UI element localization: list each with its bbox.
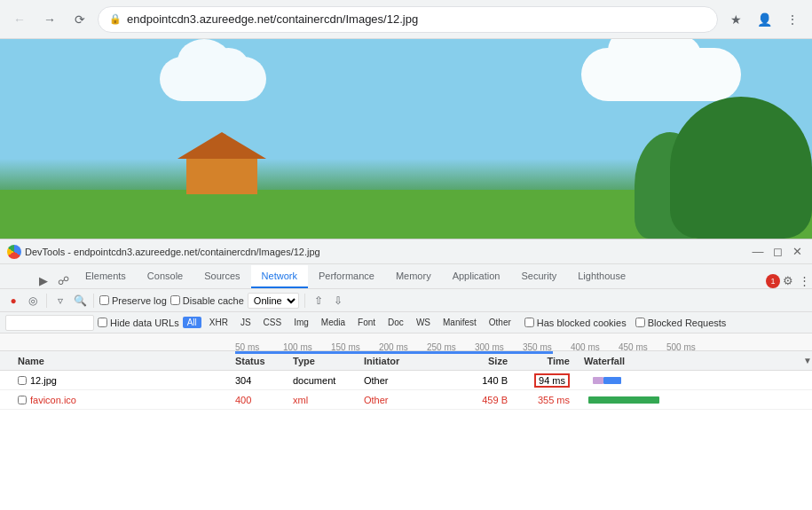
row-time-favicon: 355 ms [515, 395, 577, 405]
toolbar-separator-2 [93, 294, 94, 308]
header-waterfall[interactable]: Waterfall ▼ [577, 356, 812, 366]
import-icon[interactable]: ⇧ [311, 293, 327, 309]
forward-button[interactable]: → [37, 7, 62, 32]
error-badge: 1 [766, 274, 780, 288]
devtools-titlebar: DevTools - endpointcdn3.azureedge.net/co… [0, 239, 812, 264]
disable-cache-label[interactable]: Disable cache [170, 295, 244, 306]
devtools-close-button[interactable]: ✕ [789, 244, 805, 260]
devtools-restore-button[interactable]: ◻ [769, 244, 785, 260]
url-text: endpointcdn3.azureedge.net/containercdn/… [127, 12, 418, 26]
filter-all-button[interactable]: All [183, 317, 201, 328]
devtools-title: DevTools - endpointcdn3.azureedge.net/co… [25, 247, 746, 257]
browser-toolbar: ← → ⟳ 🔒 endpointcdn3.azureedge.net/conta… [0, 0, 812, 39]
tab-elements[interactable]: Elements [75, 265, 137, 288]
header-time[interactable]: Time [515, 356, 577, 366]
timeline-mark-500: 500 ms [666, 342, 696, 352]
row-size-12jpg: 140 B [453, 375, 515, 386]
row-time-12jpg: 94 ms [515, 373, 577, 388]
header-status[interactable]: Status [235, 356, 293, 366]
row-name-favicon: favicon.ico [0, 395, 235, 405]
header-size[interactable]: Size [453, 356, 515, 366]
main-content [0, 39, 812, 239]
timeline-mark-400: 400 ms [571, 342, 600, 352]
filter-input[interactable] [5, 315, 94, 331]
tab-security[interactable]: Security [510, 265, 567, 288]
cloud-right [581, 48, 741, 101]
menu-button[interactable]: ⋮ [780, 7, 805, 32]
filter-xhr-button[interactable]: XHR [205, 317, 233, 328]
waterfall-bar-favicon [584, 394, 812, 406]
tab-performance[interactable]: Performance [308, 265, 385, 288]
filter-font-button[interactable]: Font [353, 317, 380, 328]
network-toolbar: ● ◎ ▿ 🔍 Preserve log Disable cache Onlin… [0, 289, 812, 312]
filter-media-button[interactable]: Media [317, 317, 350, 328]
tab-console[interactable]: Console [137, 265, 193, 288]
filter-icon[interactable]: ▿ [52, 293, 68, 309]
tab-application[interactable]: Application [442, 265, 511, 288]
address-bar[interactable]: 🔒 endpointcdn3.azureedge.net/containercd… [98, 6, 718, 33]
row-waterfall-favicon [577, 394, 812, 406]
export-icon[interactable]: ⇩ [330, 293, 346, 309]
hide-data-urls-label[interactable]: Hide data URLs [98, 318, 179, 328]
bookmark-button[interactable]: ★ [723, 7, 748, 32]
disable-cache-checkbox[interactable] [170, 295, 180, 305]
row-checkbox-12jpg[interactable] [18, 376, 27, 385]
filter-doc-button[interactable]: Doc [383, 317, 408, 328]
browser-toolbar-right: ★ 👤 ⋮ [723, 7, 805, 32]
tab-sources[interactable]: Sources [193, 265, 250, 288]
row-checkbox-favicon[interactable] [18, 396, 27, 404]
tab-network[interactable]: Network [251, 265, 308, 288]
tab-memory[interactable]: Memory [385, 265, 442, 288]
devtools-inspect-button[interactable]: ▶ [35, 272, 51, 288]
throttle-select[interactable]: Online [248, 293, 299, 309]
house-body [186, 159, 257, 194]
header-type[interactable]: Type [293, 356, 364, 366]
settings-icon[interactable]: ⚙ [780, 272, 796, 288]
filter-ws-button[interactable]: WS [412, 317, 435, 328]
toolbar-separator-3 [304, 294, 305, 308]
devtools-minimize-button[interactable]: — [750, 244, 766, 260]
search-icon[interactable]: 🔍 [72, 293, 88, 309]
header-name[interactable]: Name [0, 356, 235, 366]
wf-waiting-bar [593, 377, 603, 384]
wf-green-bar [588, 396, 659, 404]
profile-button[interactable]: 👤 [752, 7, 777, 32]
devtools-device-button[interactable]: ☍ [55, 272, 71, 288]
filter-row: Hide data URLs All XHR JS CSS Img Media … [0, 312, 812, 333]
timeline-mark-450: 450 ms [619, 342, 648, 352]
time-highlighted: 94 ms [534, 373, 570, 388]
blocked-requests-checkbox[interactable] [635, 318, 645, 327]
table-header: Name Status Type Initiator Size Time Wat… [0, 351, 812, 371]
hide-data-urls-checkbox[interactable] [98, 318, 107, 327]
filter-manifest-button[interactable]: Manifest [438, 317, 481, 328]
filter-other-button[interactable]: Other [485, 317, 516, 328]
row-status-12jpg: 304 [235, 375, 293, 386]
table-row-error[interactable]: favicon.ico 400 xml Other 459 B 355 ms [0, 390, 812, 410]
devtools-tabs: ▶ ☍ Elements Console Sources Network Per… [0, 264, 812, 289]
lock-icon: 🔒 [109, 13, 122, 25]
house [177, 141, 266, 194]
blocked-requests-label[interactable]: Blocked Requests [635, 318, 727, 328]
table-row[interactable]: 12.jpg 304 document Other 140 B 94 ms [0, 371, 812, 390]
record-icon[interactable]: ● [5, 293, 21, 309]
wf-receiving-bar [603, 377, 621, 384]
row-status-favicon: 400 [235, 395, 293, 405]
tab-lighthouse[interactable]: Lighthouse [567, 265, 636, 288]
preserve-log-checkbox[interactable] [99, 295, 109, 305]
row-type-favicon: xml [293, 395, 364, 405]
filter-img-button[interactable]: Img [289, 317, 313, 328]
preserve-log-label[interactable]: Preserve log [99, 295, 167, 306]
devtools-panel: DevTools - endpointcdn3.azureedge.net/co… [0, 239, 812, 510]
filter-js-button[interactable]: JS [236, 317, 256, 328]
back-button[interactable]: ← [7, 7, 32, 32]
has-blocked-checkbox[interactable] [524, 318, 534, 327]
more-options-icon[interactable]: ⋮ [796, 272, 812, 288]
cloud-left [160, 57, 266, 101]
has-blocked-label[interactable]: Has blocked cookies [524, 318, 627, 328]
reload-button[interactable]: ⟳ [67, 7, 92, 32]
toolbar-separator-1 [46, 294, 47, 308]
filter-css-button[interactable]: CSS [259, 317, 287, 328]
tree-large [670, 97, 812, 239]
header-initiator[interactable]: Initiator [364, 356, 453, 366]
clear-icon[interactable]: ◎ [25, 293, 41, 309]
